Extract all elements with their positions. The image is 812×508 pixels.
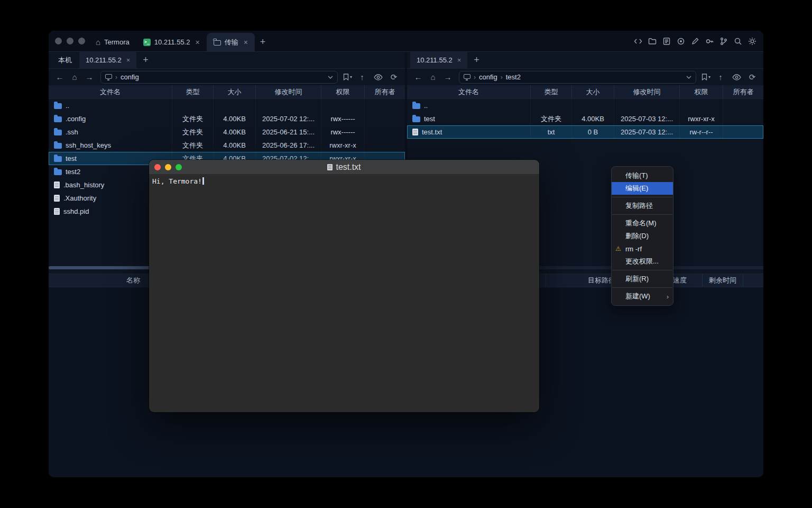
home-button[interactable]: ⌂	[69, 71, 80, 83]
edit-icon[interactable]	[689, 35, 701, 47]
upload-button[interactable]: ↑	[715, 71, 726, 83]
breadcrumb-segment[interactable]: config	[121, 73, 139, 81]
terminal-icon	[143, 39, 151, 46]
close-icon[interactable]: ×	[195, 38, 199, 47]
chevron-down-icon[interactable]	[686, 76, 691, 79]
file-name: ..	[66, 102, 69, 110]
minimize-window-button[interactable]	[67, 38, 73, 44]
tab-termora-home[interactable]: ⌂ Termora	[89, 33, 136, 51]
new-panel-tab-button[interactable]: +	[137, 52, 154, 68]
tab-local[interactable]: 本机	[52, 52, 78, 68]
folder-icon	[214, 40, 221, 46]
home-icon: ⌂	[96, 38, 100, 46]
upload-button[interactable]: ↑	[356, 71, 368, 83]
table-row[interactable]: test 文件夹4.00KB2025-07-03 12:...rwxr-xr-x	[407, 112, 763, 125]
menu-item-new[interactable]: 新建(W) ›	[612, 290, 673, 303]
breadcrumb-segment[interactable]: config	[479, 73, 497, 81]
tab-transfer[interactable]: 传输 ×	[207, 33, 255, 51]
computer-icon	[105, 74, 112, 79]
record-icon[interactable]	[675, 35, 687, 47]
chevron-down-icon[interactable]	[328, 76, 333, 79]
column-header-size[interactable]: 大小	[571, 85, 614, 98]
editor-text: Hi, Termora!	[152, 177, 202, 185]
tab-remote-left[interactable]: 10.211.55.2 ×	[79, 52, 136, 68]
show-hidden-icon[interactable]	[372, 71, 384, 83]
menu-item-copy-path[interactable]: 复制路径	[612, 199, 673, 212]
close-window-button[interactable]	[55, 38, 62, 44]
column-header-name[interactable]: 文件名	[407, 85, 530, 98]
bookmark-icon[interactable]: ▾	[343, 71, 352, 83]
home-button[interactable]: ⌂	[427, 71, 439, 83]
tab-ssh-session[interactable]: 10.211.55.2 ×	[136, 33, 207, 51]
file-name: .Xauthority	[63, 194, 96, 202]
column-header-mtime[interactable]: 修改时间	[614, 85, 679, 98]
menu-item-transfer[interactable]: 传输(T)	[612, 169, 673, 182]
forward-button[interactable]: →	[84, 71, 95, 83]
menu-item-change-permissions[interactable]: 更改权限...	[612, 255, 673, 268]
text-caret	[202, 177, 204, 185]
editor-title: test.txt	[336, 162, 361, 172]
table-row[interactable]: .config 文件夹4.00KB2025-07-02 12:...rwx---…	[49, 112, 405, 125]
settings-icon[interactable]	[746, 35, 758, 47]
column-header-perm[interactable]: 权限	[679, 85, 723, 98]
right-breadcrumb[interactable]: › config › test2	[459, 71, 696, 84]
close-window-button[interactable]	[154, 164, 161, 170]
menu-item-rm-rf[interactable]: ⚠ rm -rf	[612, 242, 673, 255]
column-header-type[interactable]: 类型	[172, 85, 213, 98]
right-table-header: 文件名 类型 大小 修改时间 权限 所有者	[407, 85, 763, 99]
file-name: ssh_host_keys	[66, 141, 111, 149]
file-name: test	[66, 155, 77, 162]
close-icon[interactable]: ×	[244, 38, 248, 47]
menu-item-rename[interactable]: 重命名(M)	[612, 217, 673, 230]
zoom-window-button[interactable]	[78, 38, 85, 44]
column-header-name[interactable]: 文件名	[49, 85, 172, 98]
menu-item-edit[interactable]: 编辑(E)	[612, 182, 673, 195]
close-icon[interactable]: ×	[457, 56, 462, 64]
table-row[interactable]: .ssh 文件夹4.00KB2025-06-21 15:...rwx------	[49, 125, 405, 139]
minimize-window-button[interactable]	[165, 164, 171, 170]
branch-icon[interactable]	[718, 35, 730, 47]
key-icon[interactable]	[704, 35, 715, 47]
column-header-mtime[interactable]: 修改时间	[255, 85, 321, 98]
folder-icon	[54, 130, 62, 135]
window-titlebar: ⌂ Termora 10.211.55.2 × 传输 × +	[49, 31, 763, 52]
new-panel-tab-button[interactable]: +	[468, 52, 485, 68]
tab-label: 10.211.55.2	[154, 38, 190, 46]
code-icon[interactable]	[632, 35, 644, 47]
folder-icon[interactable]	[647, 35, 658, 47]
table-row-selected[interactable]: test.txt txt0 B2025-07-03 12:...rw-r--r-…	[407, 125, 763, 139]
file-icon	[412, 129, 418, 135]
menu-item-refresh[interactable]: 刷新(R)	[612, 273, 673, 285]
column-header-owner[interactable]: 所有者	[364, 85, 405, 98]
menu-item-delete[interactable]: 删除(D)	[612, 230, 673, 242]
column-header-owner[interactable]: 所有者	[723, 85, 763, 98]
tab-remote-right[interactable]: 10.211.55.2 ×	[410, 52, 467, 68]
refresh-button[interactable]: ⟳	[746, 71, 758, 83]
editor-content[interactable]: Hi, Termora!	[149, 175, 539, 188]
transfer-column-eta[interactable]: 剩余时间	[702, 274, 743, 287]
folder-icon	[54, 143, 62, 149]
editor-titlebar[interactable]: test.txt	[149, 160, 539, 175]
file-name: sshd.pid	[63, 207, 89, 215]
left-breadcrumb[interactable]: › config	[100, 71, 338, 84]
column-header-type[interactable]: 类型	[530, 85, 571, 98]
back-button[interactable]: ←	[412, 71, 424, 83]
new-tab-button[interactable]: +	[255, 33, 271, 51]
zoom-window-button[interactable]	[176, 164, 182, 170]
refresh-button[interactable]: ⟳	[388, 71, 400, 83]
breadcrumb-segment[interactable]: test2	[506, 73, 521, 81]
column-header-size[interactable]: 大小	[213, 85, 255, 98]
table-row[interactable]: ..	[49, 99, 405, 112]
search-icon[interactable]	[732, 35, 744, 47]
log-icon[interactable]	[661, 35, 672, 47]
file-name: test	[424, 115, 435, 123]
bookmark-icon[interactable]: ▾	[702, 71, 710, 83]
show-hidden-icon[interactable]	[731, 71, 742, 83]
table-row[interactable]: ..	[407, 99, 763, 112]
menu-separator	[612, 197, 672, 197]
column-header-perm[interactable]: 权限	[321, 85, 364, 98]
forward-button[interactable]: →	[442, 71, 454, 83]
close-icon[interactable]: ×	[126, 56, 131, 64]
back-button[interactable]: ←	[54, 71, 66, 83]
table-row[interactable]: ssh_host_keys 文件夹4.00KB2025-06-26 17:...…	[49, 139, 405, 152]
